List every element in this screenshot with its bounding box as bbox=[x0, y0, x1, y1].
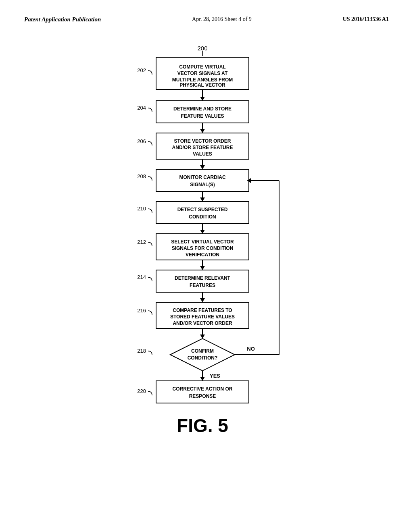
svg-text:212: 212 bbox=[137, 239, 146, 245]
svg-text:FEATURES: FEATURES bbox=[190, 283, 215, 288]
svg-text:CORRECTIVE ACTION OR: CORRECTIVE ACTION OR bbox=[173, 386, 233, 392]
svg-text:STORED FEATURE VALUES: STORED FEATURE VALUES bbox=[170, 314, 235, 320]
svg-marker-9 bbox=[200, 97, 205, 101]
svg-text:DETERMINE AND STORE: DETERMINE AND STORE bbox=[173, 106, 232, 112]
publication-label: Patent Application Publication bbox=[24, 16, 101, 23]
svg-text:200: 200 bbox=[197, 45, 207, 52]
svg-text:VECTOR SIGNALS AT: VECTOR SIGNALS AT bbox=[177, 71, 228, 76]
svg-text:NO: NO bbox=[247, 346, 255, 352]
svg-marker-22 bbox=[200, 165, 205, 169]
svg-marker-28 bbox=[200, 197, 205, 202]
svg-rect-30 bbox=[156, 202, 249, 224]
svg-text:202: 202 bbox=[137, 67, 146, 73]
svg-text:DETECT SUSPECTED: DETECT SUSPECTED bbox=[177, 207, 228, 212]
svg-text:AND/OR VECTOR ORDER: AND/OR VECTOR ORDER bbox=[173, 320, 232, 326]
header-left: Patent Application Publication bbox=[24, 16, 101, 23]
svg-rect-24 bbox=[156, 169, 249, 191]
svg-text:FEATURE VALUES: FEATURE VALUES bbox=[181, 113, 224, 119]
svg-text:VERIFICATION: VERIFICATION bbox=[186, 252, 219, 258]
svg-text:CONDITION?: CONDITION? bbox=[188, 355, 218, 361]
header-right: US 2016/113536 A1 bbox=[343, 16, 389, 23]
svg-text:CONFIRM: CONFIRM bbox=[191, 348, 214, 354]
header: Patent Application Publication Apr. 28, … bbox=[24, 16, 389, 23]
svg-text:SIGNAL(S): SIGNAL(S) bbox=[190, 182, 215, 187]
diagram-area: 200 202 COMPUTE VIRTUAL VECTOR SIGNALS A… bbox=[24, 39, 389, 482]
svg-text:206: 206 bbox=[137, 138, 146, 144]
svg-text:CONDITION: CONDITION bbox=[189, 214, 216, 220]
svg-text:204: 204 bbox=[137, 105, 146, 111]
svg-text:COMPARE FEATURES TO: COMPARE FEATURES TO bbox=[173, 308, 232, 313]
svg-marker-15 bbox=[200, 129, 205, 133]
svg-text:208: 208 bbox=[137, 173, 146, 179]
svg-text:YES: YES bbox=[210, 373, 220, 379]
svg-text:RESPONSE: RESPONSE bbox=[189, 393, 216, 399]
svg-text:AND/OR STORE FEATURE: AND/OR STORE FEATURE bbox=[172, 145, 233, 150]
svg-marker-41 bbox=[200, 266, 205, 270]
svg-text:SELECT VIRTUAL VECTOR: SELECT VIRTUAL VECTOR bbox=[171, 239, 234, 245]
svg-text:216: 216 bbox=[137, 308, 146, 314]
header-center: Apr. 28, 2016 Sheet 4 of 9 bbox=[192, 16, 252, 23]
svg-text:MONITOR CARDIAC: MONITOR CARDIAC bbox=[179, 175, 225, 180]
svg-rect-68 bbox=[156, 381, 249, 403]
page: Patent Application Publication Apr. 28, … bbox=[0, 0, 413, 532]
svg-text:214: 214 bbox=[137, 274, 146, 280]
svg-text:220: 220 bbox=[137, 388, 146, 394]
svg-text:DETERMINE RELEVANT: DETERMINE RELEVANT bbox=[175, 275, 230, 281]
date-sheet-label: Apr. 28, 2016 Sheet 4 of 9 bbox=[192, 16, 252, 22]
svg-text:VALUES: VALUES bbox=[193, 151, 212, 157]
svg-rect-11 bbox=[156, 101, 249, 123]
svg-marker-65 bbox=[200, 377, 205, 381]
patent-number-label: US 2016/113536 A1 bbox=[343, 16, 389, 22]
svg-text:FIG. 5: FIG. 5 bbox=[177, 415, 228, 436]
svg-rect-43 bbox=[156, 270, 249, 292]
svg-marker-47 bbox=[200, 298, 205, 302]
svg-text:SIGNALS FOR CONDITION: SIGNALS FOR CONDITION bbox=[172, 245, 234, 251]
svg-marker-56 bbox=[170, 339, 235, 371]
svg-text:MULTIPLE ANGLES FROM: MULTIPLE ANGLES FROM bbox=[172, 77, 233, 83]
svg-text:STORE VECTOR ORDER: STORE VECTOR ORDER bbox=[174, 138, 231, 144]
flowchart-svg: 200 202 COMPUTE VIRTUAL VECTOR SIGNALS A… bbox=[77, 39, 336, 482]
svg-marker-34 bbox=[200, 230, 205, 234]
svg-text:218: 218 bbox=[137, 348, 146, 354]
svg-marker-54 bbox=[200, 335, 205, 339]
svg-text:COMPUTE VIRTUAL: COMPUTE VIRTUAL bbox=[179, 64, 225, 70]
svg-text:210: 210 bbox=[137, 206, 146, 212]
svg-text:PHYSICAL VECTOR: PHYSICAL VECTOR bbox=[179, 82, 225, 88]
